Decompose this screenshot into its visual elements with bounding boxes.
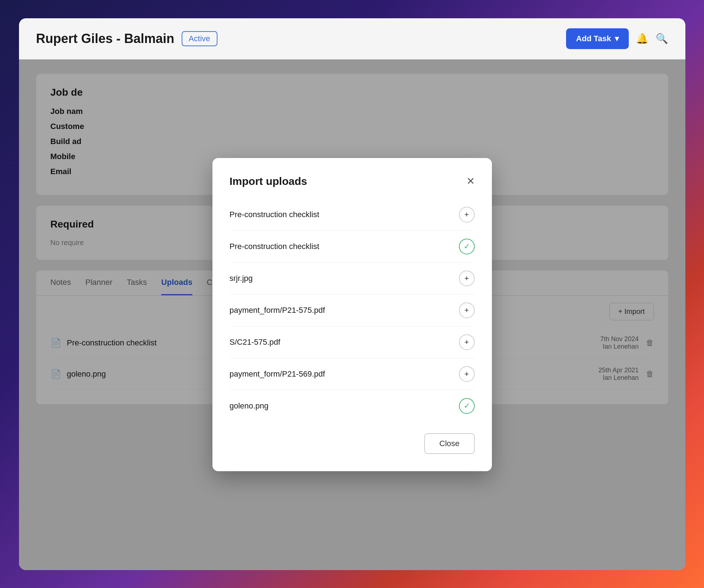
chevron-down-icon: ▾ (615, 34, 619, 43)
modal-list-item: Pre-construction checklist ✓ (230, 231, 475, 263)
modal-list-item: payment_form/P21-569.pdf + (230, 358, 475, 390)
add-file-button[interactable]: + (459, 302, 475, 318)
header: Rupert Giles - Balmain Active Add Task ▾… (19, 18, 685, 59)
modal-list-item: payment_form/P21-575.pdf + (230, 295, 475, 326)
modal-file-name: Pre-construction checklist (230, 242, 320, 251)
header-right: Add Task ▾ 🔔 🔍 (566, 28, 668, 49)
modal-file-name: goleno.png (230, 401, 269, 411)
app-window: Rupert Giles - Balmain Active Add Task ▾… (19, 18, 685, 570)
modal-list-item: S/C21-575.pdf + (230, 326, 475, 358)
modal-close-icon-button[interactable]: ✕ (466, 176, 475, 186)
status-badge: Active (182, 31, 217, 46)
header-left: Rupert Giles - Balmain Active (36, 31, 217, 46)
modal-title: Import uploads (230, 175, 307, 187)
modal-footer: Close (230, 433, 475, 454)
add-file-button[interactable]: + (459, 366, 475, 382)
bell-icon[interactable]: 🔔 (636, 33, 648, 44)
file-checked-button[interactable]: ✓ (459, 398, 475, 414)
modal-close-button[interactable]: Close (424, 433, 474, 454)
modal-file-name: S/C21-575.pdf (230, 338, 281, 347)
modal-file-list: Pre-construction checklist + Pre-constru… (230, 199, 475, 422)
add-file-button[interactable]: + (459, 271, 475, 286)
add-file-button[interactable]: + (459, 334, 475, 350)
file-checked-button[interactable]: ✓ (459, 239, 475, 254)
add-file-button[interactable]: + (459, 207, 475, 223)
modal-file-name: payment_form/P21-575.pdf (230, 306, 325, 315)
main-content: Job de Job nam Custome Build ad Mobile E… (19, 59, 685, 570)
import-uploads-modal: Import uploads ✕ Pre-construction checkl… (212, 158, 492, 471)
add-task-button[interactable]: Add Task ▾ (566, 28, 628, 49)
modal-file-name: srjr.jpg (230, 274, 253, 283)
modal-overlay: Import uploads ✕ Pre-construction checkl… (19, 59, 685, 570)
modal-file-name: payment_form/P21-569.pdf (230, 369, 325, 379)
modal-list-item: goleno.png ✓ (230, 390, 475, 422)
modal-list-item: Pre-construction checklist + (230, 199, 475, 231)
modal-file-name: Pre-construction checklist (230, 210, 320, 219)
add-task-label: Add Task (576, 34, 611, 43)
modal-header: Import uploads ✕ (230, 175, 475, 187)
modal-list-item: srjr.jpg + (230, 263, 475, 295)
search-icon[interactable]: 🔍 (656, 33, 668, 44)
page-title: Rupert Giles - Balmain (36, 31, 174, 46)
